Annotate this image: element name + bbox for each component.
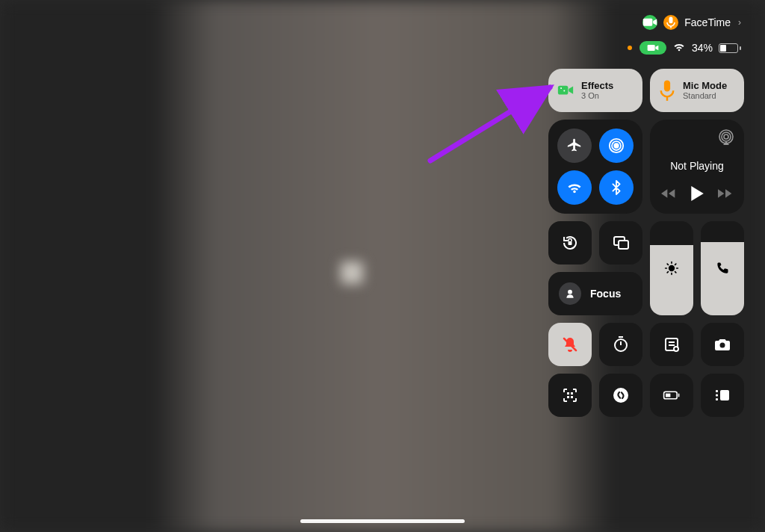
- media-play-icon[interactable]: [690, 185, 704, 205]
- airplane-mode-toggle[interactable]: [557, 129, 592, 163]
- svg-rect-40: [571, 392, 573, 395]
- qr-scanner-button[interactable]: [548, 374, 592, 417]
- camera-button[interactable]: [701, 323, 744, 366]
- focus-label: Focus: [590, 288, 621, 300]
- svg-point-43: [613, 388, 628, 403]
- statusbar-app-row: FaceTime ›: [642, 15, 741, 30]
- media-next-icon[interactable]: [718, 188, 733, 202]
- statusbar-app-name[interactable]: FaceTime: [684, 16, 731, 28]
- silent-mode-toggle[interactable]: [548, 323, 592, 366]
- svg-rect-17: [619, 241, 628, 249]
- background-highlight: [341, 262, 363, 284]
- svg-point-13: [722, 132, 731, 141]
- brightness-icon: [650, 261, 693, 276]
- mic-active-pill-icon: [663, 15, 678, 30]
- effects-title: Effects: [581, 80, 613, 92]
- media-prev-icon[interactable]: [661, 188, 676, 202]
- camera-active-pill-icon: [642, 15, 657, 30]
- svg-point-12: [724, 134, 728, 139]
- svg-rect-46: [666, 394, 670, 398]
- shazam-button[interactable]: [599, 374, 642, 417]
- svg-rect-0: [643, 19, 652, 26]
- orientation-lock-toggle[interactable]: [548, 221, 592, 265]
- quick-note-button[interactable]: [650, 323, 693, 366]
- media-now-playing: Not Playing: [659, 160, 735, 172]
- svg-rect-45: [678, 394, 680, 398]
- svg-rect-41: [567, 396, 569, 398]
- svg-rect-48: [716, 395, 718, 397]
- control-center: Effects 3 On Mic Mode Standard: [548, 69, 744, 417]
- svg-rect-49: [716, 398, 718, 400]
- timer-button[interactable]: [599, 323, 642, 366]
- airplay-icon[interactable]: [717, 129, 735, 146]
- svg-point-19: [669, 266, 675, 271]
- svg-point-18: [568, 290, 572, 294]
- focus-icon: [559, 282, 581, 305]
- svg-rect-1: [669, 17, 673, 24]
- video-effects-icon: [557, 82, 574, 99]
- mic-mode-sub: Standard: [683, 91, 727, 101]
- svg-rect-15: [569, 241, 572, 245]
- brightness-slider[interactable]: [650, 221, 693, 315]
- airdrop-toggle[interactable]: [599, 129, 634, 163]
- svg-point-5: [560, 87, 562, 89]
- chevron-right-icon: ›: [738, 17, 741, 28]
- mic-mode-icon: [659, 82, 675, 99]
- svg-rect-3: [648, 45, 655, 51]
- stage-manager-toggle[interactable]: [701, 374, 744, 417]
- svg-line-24: [667, 264, 668, 265]
- svg-line-25: [675, 272, 676, 273]
- svg-rect-7: [664, 80, 670, 91]
- mic-mode-title: Mic Mode: [683, 80, 727, 92]
- battery-percent: 34%: [692, 42, 713, 54]
- svg-rect-42: [571, 396, 573, 398]
- svg-line-27: [675, 264, 676, 265]
- svg-point-6: [563, 90, 565, 92]
- phone-icon: [701, 261, 744, 276]
- media-tile[interactable]: Not Playing: [650, 120, 744, 214]
- svg-rect-47: [716, 390, 718, 392]
- battery-icon: [719, 43, 741, 53]
- effects-tile[interactable]: Effects 3 On: [548, 69, 642, 112]
- screen-mirroring-button[interactable]: [599, 221, 642, 265]
- connectivity-tile[interactable]: [548, 120, 642, 214]
- svg-point-38: [720, 343, 725, 348]
- focus-button[interactable]: Focus: [548, 272, 642, 315]
- svg-line-26: [667, 272, 668, 273]
- wifi-icon: [672, 42, 686, 55]
- svg-rect-39: [567, 392, 569, 395]
- svg-point-9: [614, 143, 619, 148]
- bluetooth-toggle[interactable]: [599, 170, 634, 205]
- camera-in-use-indicator[interactable]: [639, 41, 666, 55]
- home-indicator[interactable]: [300, 519, 465, 523]
- statusbar-system-row: 34%: [628, 41, 741, 55]
- low-power-mode-toggle[interactable]: [650, 374, 693, 417]
- svg-rect-50: [720, 390, 729, 400]
- volume-slider[interactable]: [701, 221, 744, 315]
- mic-dot-icon: [628, 46, 632, 50]
- mic-mode-tile[interactable]: Mic Mode Standard: [650, 69, 744, 112]
- effects-sub: 3 On: [581, 91, 613, 101]
- svg-rect-4: [558, 86, 569, 95]
- wifi-toggle[interactable]: [557, 170, 592, 205]
